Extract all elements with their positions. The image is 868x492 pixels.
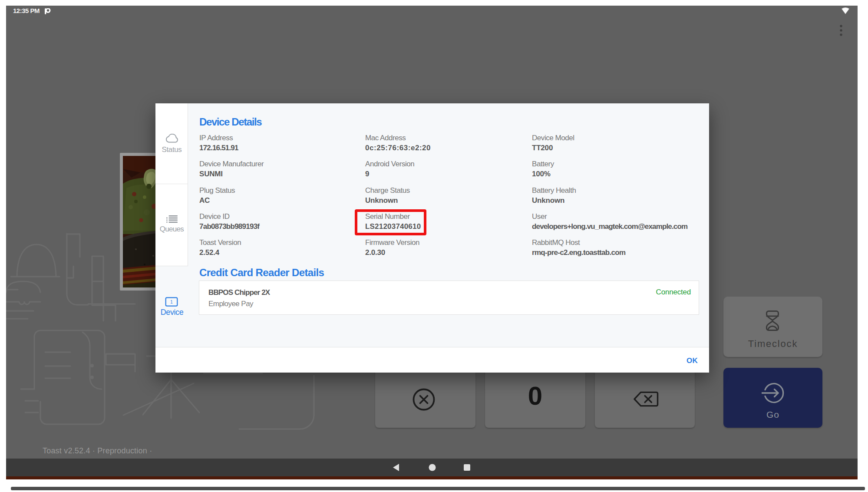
svg-text:1: 1 xyxy=(170,300,173,304)
